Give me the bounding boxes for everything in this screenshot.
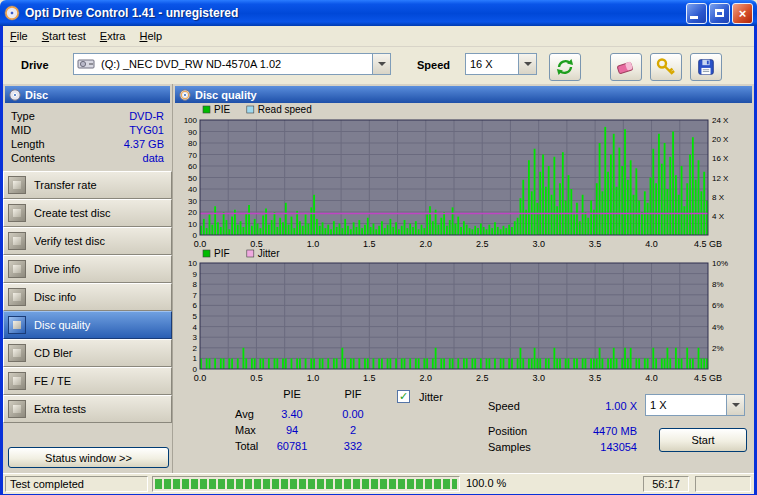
svg-text:70: 70 [188, 151, 197, 160]
elapsed-time: 56:17 [643, 476, 689, 492]
svg-text:8: 8 [193, 280, 198, 289]
test-speed-select-value: 1 X [646, 399, 726, 411]
total-label: Total [235, 440, 258, 452]
status-message: Test completed [5, 476, 148, 492]
refresh-icon [554, 57, 576, 77]
drive-info-icon [8, 260, 26, 278]
menu-help[interactable]: Help [132, 28, 169, 44]
disc-mid-value: TYG01 [129, 124, 164, 136]
sidebar-item-transfer-rate[interactable]: Transfer rate [3, 171, 172, 199]
svg-text:2%: 2% [712, 344, 724, 353]
sidebar-item-disc-info[interactable]: Disc info [3, 283, 172, 311]
titlebar: Opti Drive Control 1.41 - unregistered × [0, 0, 757, 26]
main-panel: Disc quality PIERead speed01020304050607… [173, 84, 754, 473]
sidebar-item-cd-bler[interactable]: CD Bler [3, 339, 172, 367]
save-button[interactable] [690, 53, 722, 81]
statusbar-spacer [695, 476, 751, 492]
svg-text:2.5: 2.5 [476, 239, 489, 249]
samples-field-value: 143054 [553, 441, 637, 453]
minimize-button[interactable] [686, 3, 707, 24]
extra-tests-icon [8, 400, 26, 418]
sidebar-item-label: Create test disc [34, 207, 110, 219]
disc-contents-label: Contents [11, 152, 55, 164]
chevron-down-icon [378, 62, 386, 66]
legend-label: Jitter [258, 249, 280, 259]
svg-text:10%: 10% [712, 259, 728, 268]
close-button[interactable]: × [732, 3, 753, 24]
quality-stats: PIE PIF Avg 3.40 0.00 Max 94 2 Total 607… [173, 382, 754, 472]
license-button[interactable] [650, 53, 682, 81]
position-field-value: 4470 MB [553, 425, 637, 437]
sidebar-item-label: CD Bler [34, 347, 73, 359]
pie-read-speed-chart: PIERead speed010203040506070809010024 X2… [173, 104, 754, 252]
svg-text:3.5: 3.5 [589, 239, 602, 249]
legend-swatch [203, 106, 210, 113]
svg-text:30: 30 [188, 197, 197, 206]
pie-column-header: PIE [263, 388, 321, 400]
svg-text:1.5: 1.5 [363, 239, 376, 249]
sidebar-item-create-test-disc[interactable]: Create test disc [3, 199, 172, 227]
speed-select-dropdown-button[interactable] [518, 54, 536, 74]
start-button-label: Start [691, 434, 714, 446]
test-speed-dropdown-button[interactable] [726, 395, 744, 415]
svg-text:2: 2 [193, 344, 198, 353]
disc-quality-icon [8, 316, 26, 334]
svg-text:20 X: 20 X [712, 135, 729, 144]
sidebar-item-verify-test-disc[interactable]: Verify test disc [3, 227, 172, 255]
pif-column-header: PIF [328, 388, 378, 400]
max-label: Max [235, 424, 256, 436]
sidebar-item-label: Disc quality [34, 319, 90, 331]
drive-select-dropdown-button[interactable] [372, 54, 390, 74]
svg-text:12 X: 12 X [712, 174, 729, 183]
app-frame: File Start test Extra Help Drive (Q:) _N… [0, 26, 757, 495]
svg-text:100: 100 [184, 116, 198, 125]
pif-jitter-chart: PIFJitter01234567891010%8%6%4%2%0.00.51.… [173, 249, 754, 385]
create-test-disc-icon [8, 204, 26, 222]
maximize-button[interactable] [709, 3, 730, 24]
toolbar: Drive (Q:) _NEC DVD_RW ND-4570A 1.02 Spe… [3, 47, 754, 84]
menu-extra[interactable]: Extra [93, 28, 133, 44]
sidebar-item-fe-te[interactable]: FE / TE [3, 367, 172, 395]
save-icon [696, 57, 716, 77]
svg-text:0.5: 0.5 [250, 239, 263, 249]
sidebar-item-label: Transfer rate [34, 179, 97, 191]
svg-text:2.0: 2.0 [420, 239, 433, 249]
app-icon [4, 5, 20, 21]
legend-swatch [247, 106, 254, 113]
legend-swatch [247, 250, 254, 257]
svg-text:4.5 GB: 4.5 GB [694, 239, 722, 249]
sidebar-item-disc-quality[interactable]: Disc quality [3, 311, 172, 339]
drive-label: Drive [21, 59, 49, 71]
pie-avg-value: 3.40 [263, 408, 321, 420]
refresh-button[interactable] [549, 53, 581, 81]
svg-text:20: 20 [188, 208, 197, 217]
sidebar-item-extra-tests[interactable]: Extra tests [3, 395, 172, 423]
legend-label: PIE [214, 104, 230, 115]
disc-info-row: Contents data [3, 151, 172, 165]
menubar: File Start test Extra Help [3, 26, 754, 47]
window-title: Opti Drive Control 1.41 - unregistered [25, 6, 686, 20]
menu-file[interactable]: File [3, 28, 35, 44]
verify-test-disc-icon [8, 232, 26, 250]
disc-panel-header: Disc [5, 86, 170, 103]
menu-start-test[interactable]: Start test [35, 28, 93, 44]
test-speed-select[interactable]: 1 X [645, 394, 745, 416]
erase-disc-button[interactable] [610, 53, 642, 81]
svg-text:60: 60 [188, 162, 197, 171]
speed-select[interactable]: 16 X [465, 53, 537, 75]
sidebar: Disc Type DVD-R MID TYG01 Length 4.37 GB [3, 84, 173, 473]
disc-info-row: MID TYG01 [3, 123, 172, 137]
start-button[interactable]: Start [659, 428, 747, 452]
legend-swatch [203, 250, 210, 257]
status-window-button[interactable]: Status window >> [8, 447, 169, 468]
progress-track [155, 479, 457, 489]
jitter-checkbox[interactable]: ✓ [397, 390, 410, 403]
sidebar-item-label: Disc info [34, 291, 76, 303]
svg-text:5: 5 [193, 312, 198, 321]
svg-text:1.0: 1.0 [307, 239, 320, 249]
drive-select[interactable]: (Q:) _NEC DVD_RW ND-4570A 1.02 [73, 53, 391, 75]
disc-type-label: Type [11, 110, 35, 122]
minimize-icon [690, 16, 698, 19]
sidebar-item-drive-info[interactable]: Drive info [3, 255, 172, 283]
position-field-label: Position [488, 425, 527, 437]
